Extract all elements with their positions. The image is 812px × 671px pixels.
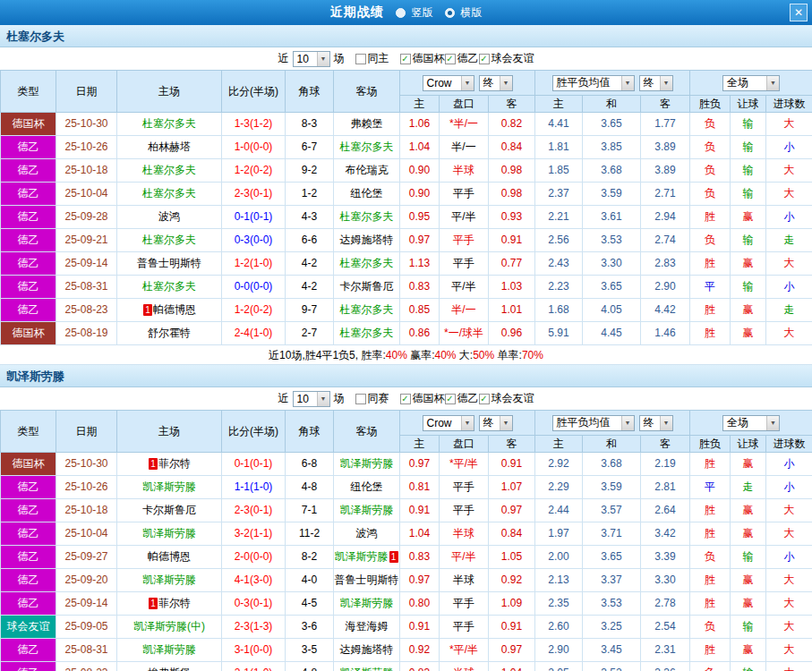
handicap-odds-home: 0.97	[400, 569, 440, 592]
goals-flag: 大	[766, 569, 812, 592]
team-name: 菲尔特	[158, 457, 191, 470]
away-team-cell: 达姆施塔特	[334, 639, 400, 662]
league-filter-d2[interactable]: ✓ 德乙	[445, 391, 479, 406]
goals-flag: 大	[766, 499, 812, 522]
handicap-result-flag: 输	[731, 159, 766, 183]
filter-row: 近 10 ▼ 场 同主 ✓ 德国杯 ✓ 德乙 ✓ 球会友谊	[0, 47, 812, 70]
match-date: 25-09-14	[56, 252, 117, 276]
league-filter-cup[interactable]: ✓ 德国杯	[400, 391, 445, 406]
near-label: 近	[278, 51, 289, 66]
handicap-line: 半球	[440, 522, 489, 546]
recent-count-select[interactable]: 10 ▼	[293, 51, 330, 67]
handicap-result-flag: 赢	[731, 453, 766, 476]
corner-score: 3-5	[286, 639, 334, 662]
avg-final-select[interactable]: 终 ▼	[639, 75, 673, 91]
avg-odds-draw: 3.68	[583, 159, 641, 183]
close-button[interactable]: ✕	[790, 4, 808, 21]
corner-score: 6-7	[286, 136, 334, 159]
layout-radio-vertical[interactable]	[396, 8, 406, 18]
layout-radio-horizontal-label[interactable]: 横版	[460, 6, 482, 19]
league-badge: 德国杯	[1, 113, 56, 136]
handicap-odds-home: 1.13	[400, 252, 440, 276]
handicap-odds-away: 0.82	[489, 113, 535, 136]
col-date: 日期	[56, 71, 117, 113]
handicap-line: 半球	[440, 662, 489, 671]
avg-odds-home: 2.90	[535, 639, 583, 662]
results-header: 类型 日期 主场 比分(半场) 角球 客场 Crow ▼ 终	[1, 71, 812, 113]
match-score: 1-2(1-0)	[222, 252, 286, 276]
match-row: 德国杯25-08-19舒尔霍特2-4(1-0)2-7杜塞尔多夫0.86*一/球半…	[1, 322, 812, 345]
match-row: 德乙25-09-28波鸿0-1(0-1)4-3杜塞尔多夫0.95平/半0.932…	[1, 206, 812, 229]
match-date: 25-08-23	[56, 299, 117, 322]
same-venue-checkbox[interactable]: 同主	[355, 51, 389, 66]
match-date: 25-10-04	[56, 522, 117, 546]
layout-radio-horizontal[interactable]	[445, 8, 455, 18]
handicap-line: 半球	[440, 159, 489, 183]
match-score: 2-3(0-1)	[222, 183, 286, 206]
team-name: 凯泽斯劳滕	[142, 480, 196, 493]
avg-final-select[interactable]: 终 ▼	[639, 415, 673, 431]
team-name: 杜塞尔多夫	[142, 164, 196, 176]
team-name: 杜塞尔多夫	[340, 303, 394, 316]
layout-radio-vertical-label[interactable]: 竖版	[412, 6, 433, 19]
handicap-final-select[interactable]: 终 ▼	[479, 75, 513, 91]
avg-odds-away: 2.71	[641, 183, 690, 206]
same-competition-checkbox[interactable]: 同赛	[355, 391, 389, 406]
handicap-result-flag: 输	[731, 229, 766, 252]
league-badge: 德乙	[1, 592, 56, 616]
match-date: 25-09-27	[56, 546, 117, 569]
avg-odds-away: 2.74	[641, 229, 690, 252]
handicap-odds-away: 0.98	[489, 183, 535, 206]
team-name: 海登海姆	[346, 620, 389, 633]
col-handicap-result: 让球	[731, 96, 766, 113]
league-filter-friendly[interactable]: ✓ 球会友谊	[479, 51, 534, 66]
handicap-line: 平手	[440, 229, 489, 252]
scope-select[interactable]: 全场 ▼	[722, 415, 780, 431]
away-team-cell: 杜塞尔多夫	[334, 136, 400, 159]
handicap-odds-away: 1.03	[489, 276, 535, 299]
col-odds-home: 主	[400, 96, 440, 113]
match-date: 25-10-04	[56, 183, 117, 206]
handicap-odds-home: 0.97	[400, 229, 440, 252]
avg-odds-draw: 3.57	[583, 499, 641, 522]
goals-flag: 大	[766, 113, 812, 136]
away-team-cell: 纽伦堡	[334, 476, 400, 499]
red-card-icon: 1	[143, 304, 152, 316]
away-team-cell: 凯泽斯劳滕	[334, 662, 400, 671]
goals-flag: 大	[766, 639, 812, 662]
handicap-line: 平/半	[440, 276, 489, 299]
match-score: 1-2(0-2)	[222, 299, 286, 322]
corner-score: 7-1	[286, 499, 334, 522]
league-filter-cup[interactable]: ✓ 德国杯	[400, 51, 445, 66]
avg-odds-away: 3.89	[641, 159, 690, 183]
chevron-down-icon: ▼	[500, 76, 512, 90]
avg-odds-select[interactable]: 胜平负均值 ▼	[552, 75, 635, 91]
odds-source-select[interactable]: Crow ▼	[423, 415, 474, 431]
corner-score: 4-2	[286, 252, 334, 276]
handicap-odds-home: 1.04	[400, 136, 440, 159]
handicap-line: 平手	[440, 252, 489, 276]
avg-odds-home: 2.00	[535, 546, 583, 569]
recent-count-select[interactable]: 10 ▼	[293, 391, 330, 407]
handicap-result-flag: 赢	[731, 252, 766, 276]
handicap-final-select[interactable]: 终 ▼	[479, 415, 513, 431]
chevron-down-icon: ▼	[621, 76, 634, 90]
result-flag: 负	[690, 113, 731, 136]
match-row: 德乙25-09-141菲尔特0-3(0-1)4-5凯泽斯劳滕0.80平手1.09…	[1, 592, 812, 616]
away-team-cell: 纽伦堡	[334, 183, 400, 206]
match-score: 0-3(0-0)	[222, 229, 286, 252]
home-team-cell: 1菲尔特	[117, 453, 222, 476]
team-name: 普鲁士明斯特	[335, 573, 399, 586]
odds-source-select[interactable]: Crow ▼	[423, 75, 474, 91]
summary-segment: 单率:	[494, 349, 522, 361]
team-name: 卡尔斯鲁厄	[142, 504, 196, 516]
league-filter-friendly[interactable]: ✓ 球会友谊	[479, 391, 534, 406]
league-filter-d2[interactable]: ✓ 德乙	[445, 51, 479, 66]
summary-segment: 赢率:	[407, 349, 435, 361]
avg-odds-select[interactable]: 胜平负均值 ▼	[552, 415, 635, 431]
col-avg-home: 主	[535, 436, 583, 453]
match-score: 1-3(1-2)	[222, 113, 286, 136]
scope-select[interactable]: 全场 ▼	[722, 75, 780, 91]
avg-odds-home: 2.35	[535, 592, 583, 616]
handicap-odds-away: 0.91	[489, 616, 535, 639]
